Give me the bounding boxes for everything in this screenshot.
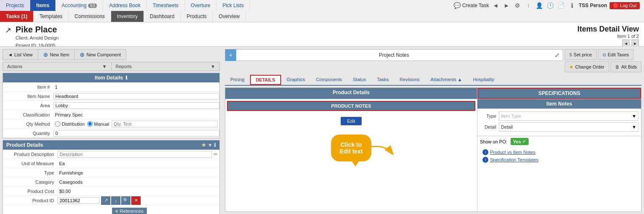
nav-row2: Tasks (1) Templates Commissions Inventor…: [0, 11, 644, 22]
nav-forward-icon[interactable]: ►: [503, 1, 511, 10]
spec-templates-link[interactable]: i Specification Templates: [480, 156, 639, 164]
product-vs-item-link[interactable]: i Product vs Item Notes: [480, 148, 639, 156]
reports-dropdown[interactable]: Reports ▼: [112, 62, 220, 71]
manual-radio-label[interactable]: Manual: [87, 121, 109, 127]
dollar-icon: $: [569, 52, 572, 57]
tab-details[interactable]: DETAILS: [250, 75, 281, 85]
alt-bids-btn[interactable]: 🗑 Alt Bids: [610, 61, 641, 72]
references-btn[interactable]: ≡ References: [112, 208, 147, 214]
nav-address-book[interactable]: Address Book: [103, 0, 147, 11]
product-star-icon[interactable]: ★: [201, 142, 206, 148]
external-link-icon[interactable]: ↗: [5, 26, 11, 35]
qty-method-row: Qty Method Distribution Manual: [3, 119, 219, 129]
settings-icon[interactable]: ⚙: [514, 1, 522, 10]
tab-pricing[interactable]: Pricing: [225, 75, 250, 85]
detail-select[interactable]: Detail ▼: [499, 122, 639, 132]
distribution-radio-label[interactable]: Distribution: [55, 121, 85, 127]
nav-back-icon[interactable]: ◄: [492, 1, 500, 10]
tab-attachments[interactable]: Attachments ▲: [425, 75, 467, 85]
nav-accounting[interactable]: Accounting 53: [56, 0, 104, 11]
content-headers: Product Details SPECIFICATIONS: [225, 88, 641, 99]
tab-hospitality[interactable]: Hospitality: [467, 75, 500, 85]
nav-overture[interactable]: Overture: [185, 0, 217, 11]
product-id-delete-btn[interactable]: ✕: [131, 196, 141, 205]
project-title: Pike Place: [16, 25, 59, 34]
nav-tasks[interactable]: Tasks (1): [0, 11, 34, 22]
manual-radio[interactable]: [87, 121, 93, 127]
references-row: ≡ References: [3, 205, 219, 214]
tab-tasks[interactable]: Tasks: [371, 75, 394, 85]
edit-notes-btn[interactable]: Edit: [341, 117, 362, 125]
product-id-arrow-btn[interactable]: ↗: [101, 196, 110, 205]
logout-btn[interactable]: 🔴 Log Out: [610, 2, 640, 9]
product-info-icon[interactable]: ℹ: [214, 142, 216, 148]
nav-green-icon[interactable]: ↑: [524, 1, 533, 10]
change-order-btn[interactable]: ★ Change Order: [565, 61, 609, 72]
tab-graphics[interactable]: Graphics: [281, 75, 310, 85]
tab-status[interactable]: Status: [347, 75, 371, 85]
area-input[interactable]: [53, 102, 219, 109]
classification-row: Classification Primary Spec: [3, 110, 219, 119]
item-details-info-icon[interactable]: ℹ: [125, 75, 128, 81]
info-icon[interactable]: ℹ: [568, 1, 576, 10]
product-id-input[interactable]: [57, 197, 99, 204]
clock-icon[interactable]: 🕐: [546, 1, 555, 10]
actions-dropdown[interactable]: Actions ▼: [3, 62, 112, 71]
product-heart-icon[interactable]: ♥: [209, 142, 211, 148]
classification-value: Primary Spec: [53, 111, 219, 118]
distribution-radio[interactable]: [55, 121, 60, 127]
notes-expand-btn[interactable]: +: [225, 49, 236, 61]
doc-icon[interactable]: 📄: [557, 1, 566, 10]
prev-item-btn[interactable]: ◄: [622, 40, 630, 47]
edit-taxes-btn[interactable]: ⊙ Edit Taxes: [598, 49, 634, 60]
nav-projects[interactable]: Projects: [0, 0, 30, 11]
set-price-btn[interactable]: $ Set price: [565, 49, 597, 60]
type-row: Type Furnishings: [3, 168, 219, 177]
item-details-header: Item Details ℹ: [3, 73, 219, 82]
item-nav-text: Item 1 of 2: [577, 34, 639, 39]
item-name-input[interactable]: [53, 93, 219, 100]
new-item-btn[interactable]: ⊕ + New Item New Item: [38, 49, 75, 60]
notes-collapse-btn[interactable]: ⤢: [552, 49, 563, 61]
nav-dashboard[interactable]: Dashboard: [144, 11, 181, 22]
item-num-value: 1: [53, 84, 219, 90]
nav-inventory[interactable]: Inventory: [111, 11, 144, 22]
nav-products[interactable]: Products: [181, 11, 213, 22]
type-select[interactable]: Item Type ▼: [499, 111, 639, 121]
yes-toggle[interactable]: Yes ✓: [511, 138, 529, 145]
circle-icon: ⊙: [602, 52, 606, 58]
click-to-edit-bubble[interactable]: Click toEdit text: [331, 135, 371, 161]
desc-input[interactable]: [57, 151, 212, 158]
category-value: Casegoods: [57, 179, 219, 185]
list-view-btn[interactable]: ◄ List View: [3, 49, 38, 60]
nav-commissions[interactable]: Commissions: [69, 11, 111, 22]
product-id-download-btn[interactable]: ↓: [111, 196, 120, 205]
top-bar: + Project Notes ⤢ $ Set price ⊙ Edit Tax…: [225, 49, 641, 72]
star-icon: ★: [569, 64, 574, 70]
nav-overview[interactable]: Overview: [213, 11, 246, 22]
new-component-btn[interactable]: ⊕ New Component: [75, 49, 126, 60]
user-icon[interactable]: 👤: [535, 1, 544, 10]
checkmark-icon: ✓: [522, 139, 526, 144]
qty-text-input[interactable]: [112, 121, 218, 127]
cost-label: Product Cost: [3, 188, 57, 195]
nav-pick-lists[interactable]: Pick Lists: [216, 0, 250, 11]
list-view-icon: ◄: [8, 52, 13, 57]
product-id-search-btn[interactable]: 🔍: [121, 196, 130, 205]
type-row-notes: Type Item Type ▼: [480, 111, 639, 121]
classification-label: Classification: [3, 111, 53, 118]
tab-components[interactable]: Components: [310, 75, 347, 85]
next-item-btn[interactable]: ►: [631, 40, 639, 47]
nav-items[interactable]: Items: [30, 0, 55, 11]
create-task-btn[interactable]: 💬 Create Task: [454, 2, 489, 9]
product-details-box: Product Details ★ ♥ ℹ Product Descriptio…: [3, 140, 220, 214]
info-circle-icon: i: [482, 149, 488, 155]
edit-pencil-icon[interactable]: ✏: [212, 151, 219, 157]
quantity-input[interactable]: [53, 130, 219, 137]
tab-content: Product Details SPECIFICATIONS PRODUCT N…: [225, 87, 641, 212]
tab-revisions[interactable]: Revisions: [394, 75, 425, 85]
quantity-row: Quantity: [3, 129, 219, 138]
nav-timesheets[interactable]: Timesheets: [147, 0, 185, 11]
nav-templates[interactable]: Templates: [34, 11, 69, 22]
uom-value: Ea: [57, 160, 219, 167]
